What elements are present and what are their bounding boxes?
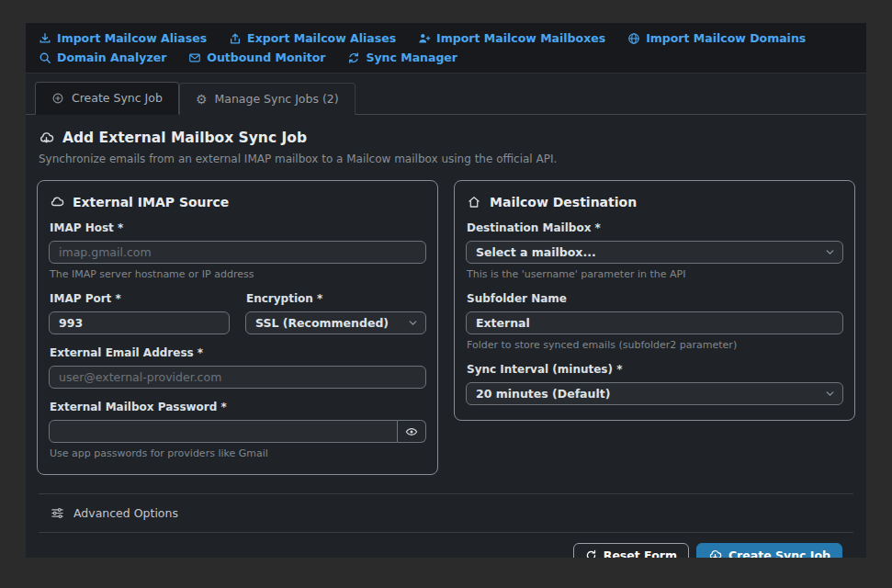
nav-sync-manager[interactable]: Sync Manager: [347, 50, 457, 66]
page-title-text: Add External Mailbox Sync Job: [62, 130, 307, 146]
mailcow-destination-panel: Mailcow Destination Destination Mailbox …: [454, 180, 855, 421]
subfolder-name-label: Subfolder Name: [467, 292, 843, 305]
refresh-icon: [585, 549, 597, 558]
nav-link-label: Import Mailcow Mailboxes: [436, 30, 605, 47]
external-imap-source-panel: External IMAP Source IMAP Host * The IMA…: [37, 180, 438, 475]
search-icon: [39, 51, 51, 64]
page-subtitle: Synchronize emails from an external IMAP…: [39, 153, 855, 165]
tab-manage-sync-jobs[interactable]: ⚙ Manage Sync Jobs (2): [179, 83, 356, 115]
advanced-options-toggle[interactable]: Advanced Options: [39, 493, 853, 533]
external-email-input[interactable]: [49, 366, 426, 389]
nav-export-mailcow-aliases[interactable]: Export Mailcow Aliases: [229, 30, 396, 47]
advanced-options-label: Advanced Options: [73, 506, 178, 520]
nav-link-label: Domain Analyzer: [57, 50, 166, 66]
globe-icon: [627, 32, 640, 45]
external-email-label: External Email Address *: [50, 346, 426, 359]
imap-port-input[interactable]: [49, 311, 230, 334]
gear-icon: ⚙: [196, 93, 208, 106]
nav-domain-analyzer[interactable]: Domain Analyzer: [39, 50, 166, 66]
person-plus-icon: [418, 32, 431, 45]
eye-icon: [405, 425, 418, 438]
top-navigation: Import Mailcow Aliases Export Mailcow Al…: [26, 23, 866, 74]
chevron-down-icon: [824, 246, 836, 258]
nav-outbound-monitor[interactable]: Outbound Monitor: [188, 50, 325, 66]
subfolder-name-input[interactable]: [466, 311, 843, 334]
source-panel-title: External IMAP Source: [50, 195, 426, 209]
plus-circle-icon: [51, 92, 64, 105]
download-icon: [39, 32, 51, 45]
sliders-icon: [51, 506, 64, 520]
tab-create-sync-job[interactable]: Create Sync Job: [35, 82, 179, 115]
encryption-select[interactable]: SSL (Recommended): [245, 311, 426, 334]
home-icon: [467, 195, 481, 209]
nav-link-label: Outbound Monitor: [207, 50, 325, 66]
nav-link-label: Export Mailcow Aliases: [247, 30, 396, 47]
create-sync-job-panel: Add External Mailbox Sync Job Synchroniz…: [26, 115, 866, 558]
nav-link-label: Import Mailcow Domains: [646, 30, 806, 47]
destination-panel-title-text: Mailcow Destination: [490, 195, 637, 209]
imap-host-input[interactable]: [49, 241, 426, 264]
nav-import-mailcow-aliases[interactable]: Import Mailcow Aliases: [39, 30, 207, 47]
subfolder-name-help: Folder to store synced emails (subfolder…: [467, 339, 843, 351]
sync-interval-select-value: 20 minutes (Default): [476, 387, 610, 401]
cloud-download-icon: [39, 130, 54, 146]
nav-link-label: Import Mailcow Aliases: [57, 30, 207, 47]
tab-bar: Create Sync Job ⚙ Manage Sync Jobs (2): [26, 74, 866, 115]
sync-interval-select[interactable]: 20 minutes (Default): [466, 382, 843, 405]
nav-import-mailcow-mailboxes[interactable]: Import Mailcow Mailboxes: [418, 30, 605, 47]
upload-icon: [229, 32, 242, 45]
cloud-download-icon: [708, 548, 722, 558]
destination-mailbox-select-value: Select a mailbox...: [476, 245, 596, 259]
nav-import-mailcow-domains[interactable]: Import Mailcow Domains: [627, 30, 806, 47]
external-password-help: Use app passwords for providers like Gma…: [50, 447, 426, 459]
destination-mailbox-label: Destination Mailbox *: [467, 221, 843, 234]
sync-interval-label: Sync Interval (minutes) *: [467, 363, 843, 376]
imap-port-label: IMAP Port *: [50, 292, 230, 305]
destination-panel-title: Mailcow Destination: [467, 195, 843, 209]
create-sync-job-label: Create Sync Job: [728, 548, 830, 558]
chevron-down-icon: [407, 317, 419, 329]
form-actions: Reset Form Create Sync Job: [37, 533, 855, 558]
destination-mailbox-help: This is the 'username' parameter in the …: [467, 268, 843, 280]
encryption-select-value: SSL (Recommended): [255, 316, 389, 330]
envelope-icon: [188, 51, 201, 64]
external-password-input[interactable]: [49, 420, 398, 443]
nav-link-label: Sync Manager: [366, 50, 457, 66]
tab-label: Create Sync Job: [72, 91, 163, 105]
reset-form-label: Reset Form: [604, 548, 677, 558]
encryption-label: Encryption *: [246, 292, 426, 305]
destination-mailbox-select[interactable]: Select a mailbox...: [466, 241, 843, 264]
source-panel-title-text: External IMAP Source: [73, 195, 229, 209]
reset-form-button[interactable]: Reset Form: [573, 543, 689, 558]
imap-host-help: The IMAP server hostname or IP address: [50, 268, 426, 280]
external-password-label: External Mailbox Password *: [50, 401, 426, 413]
toggle-password-visibility-button[interactable]: [398, 420, 426, 443]
create-sync-job-button[interactable]: Create Sync Job: [696, 543, 842, 558]
imap-host-label: IMAP Host *: [50, 221, 426, 234]
cloud-icon: [50, 195, 64, 209]
tab-label: Manage Sync Jobs (2): [214, 92, 338, 106]
sync-icon: [347, 51, 360, 64]
sync-manager-card: Import Mailcow Aliases Export Mailcow Al…: [26, 23, 866, 558]
chevron-down-icon: [824, 388, 836, 400]
page-title: Add External Mailbox Sync Job: [39, 130, 855, 146]
